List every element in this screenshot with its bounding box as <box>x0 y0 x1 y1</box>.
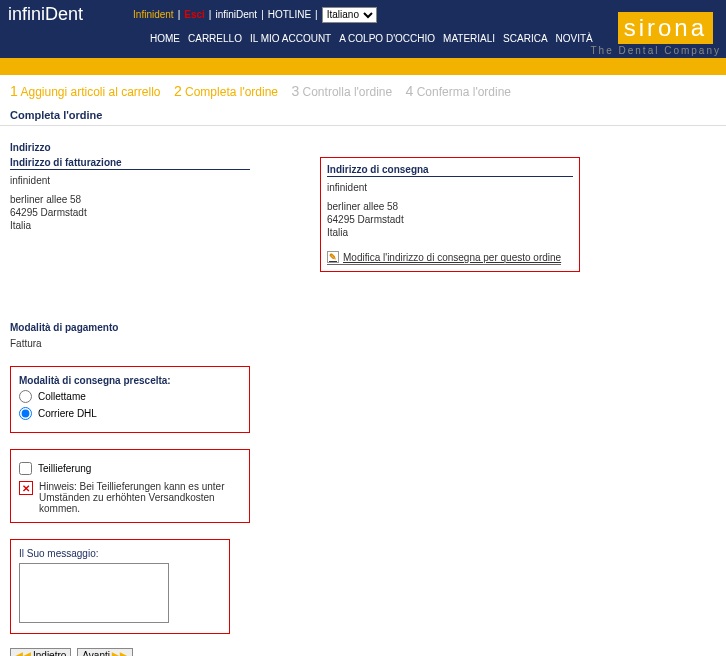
partial-delivery-check[interactable]: Teillieferung <box>19 462 241 475</box>
sirona-logo: sirona The Dental Company <box>591 12 722 56</box>
checkout-steps: 1 Aggiungi articoli al carrello 2 Comple… <box>0 75 726 107</box>
sirona-logo-text: sirona <box>618 12 721 44</box>
delivery-address-block: Indirizzo di consegna infinident berline… <box>320 157 580 272</box>
separator: | <box>315 9 318 20</box>
billing-title: Indirizzo di fatturazione <box>10 157 250 170</box>
next-label: Avanti <box>82 650 110 656</box>
modify-delivery-label: Modifica l'indirizzo di consegna per que… <box>343 252 561 263</box>
shipping-opt2-label: Corriere DHL <box>38 408 97 419</box>
separator: | <box>209 9 212 20</box>
delivery-name: infinident <box>327 181 573 194</box>
payment-title: Modalità di pagamento <box>10 322 716 333</box>
delivery-title: Indirizzo di consegna <box>327 164 573 177</box>
nav-colpo[interactable]: A COLPO D'OCCHIO <box>339 33 435 44</box>
radio-dhl[interactable] <box>19 407 32 420</box>
message-textarea[interactable] <box>19 563 169 623</box>
partial-hint: Hinweis: Bei Teillieferungen kann es unt… <box>39 481 241 514</box>
step2-label: Completa l'ordine <box>185 85 278 99</box>
nav-home[interactable]: HOME <box>150 33 180 44</box>
message-label: Il Suo messaggio: <box>19 548 221 559</box>
shipping-title: Modalità di consegna prescelta: <box>19 375 241 386</box>
brand-logo: infiniDent <box>8 4 83 25</box>
step4-num: 4 <box>406 83 414 99</box>
back-label: Indietro <box>33 650 66 656</box>
delivery-line3: Italia <box>327 226 573 239</box>
billing-name: infinident <box>10 174 250 187</box>
link-infinident2[interactable]: infiniDent <box>215 9 257 20</box>
billing-line3: Italia <box>10 219 250 232</box>
nav-scarica[interactable]: SCARICA <box>503 33 547 44</box>
step3-label: Controlla l'ordine <box>303 85 393 99</box>
nav-novita[interactable]: NOVITÀ <box>556 33 593 44</box>
step2-num: 2 <box>174 83 182 99</box>
content: Indirizzo Indirizzo di fatturazione infi… <box>0 126 726 656</box>
warning-x-icon: ✕ <box>19 481 33 495</box>
checkbox-partial[interactable] <box>19 462 32 475</box>
yellow-bar <box>0 58 726 75</box>
language-select[interactable]: Italiano <box>322 7 377 23</box>
back-button[interactable]: ◀◀ Indietro <box>10 648 71 656</box>
radio-collettame[interactable] <box>19 390 32 403</box>
shipping-mode-box: Modalità di consegna prescelta: Colletta… <box>10 366 250 433</box>
edit-icon: ✎ <box>327 251 339 263</box>
top-links: Infinident | Esci | infiniDent | HOTLINE… <box>133 7 377 23</box>
payment-value: Fattura <box>10 337 716 350</box>
shipping-option-collettame[interactable]: Collettame <box>19 390 241 403</box>
nav-materiali[interactable]: MATERIALI <box>443 33 495 44</box>
link-infinident[interactable]: Infinident <box>133 9 174 20</box>
hotline-label: HOTLINE <box>268 9 311 20</box>
separator: | <box>178 9 181 20</box>
billing-line2: 64295 Darmstadt <box>10 206 250 219</box>
separator: | <box>261 9 264 20</box>
step3-num: 3 <box>291 83 299 99</box>
nav-carrello[interactable]: CARRELLO <box>188 33 242 44</box>
partial-delivery-box: Teillieferung ✕ Hinweis: Bei Teillieferu… <box>10 449 250 523</box>
next-button[interactable]: Avanti ▶▶ <box>77 648 133 656</box>
delivery-line1: berliner allee 58 <box>327 200 573 213</box>
nav-account[interactable]: IL MIO ACCOUNT <box>250 33 331 44</box>
address-section-title: Indirizzo <box>10 142 716 153</box>
delivery-line2: 64295 Darmstadt <box>327 213 573 226</box>
message-box: Il Suo messaggio: <box>10 539 230 634</box>
shipping-opt1-label: Collettame <box>38 391 86 402</box>
partial-label: Teillieferung <box>38 463 91 474</box>
step4-label: Conferma l'ordine <box>417 85 511 99</box>
nav-buttons: ◀◀ Indietro Avanti ▶▶ <box>10 648 716 656</box>
step1-num: 1 <box>10 83 18 99</box>
shipping-option-dhl[interactable]: Corriere DHL <box>19 407 241 420</box>
page-title: Completa l'ordine <box>0 107 726 126</box>
sirona-logo-sub: The Dental Company <box>591 45 722 56</box>
modify-delivery-link[interactable]: ✎ Modifica l'indirizzo di consegna per q… <box>327 251 561 265</box>
header: infiniDent Infinident | Esci | infiniDen… <box>0 0 726 58</box>
billing-address-block: Indirizzo di fatturazione infinident ber… <box>10 157 250 272</box>
billing-line1: berliner allee 58 <box>10 193 250 206</box>
arrow-right-icon: ▶▶ <box>112 650 128 656</box>
link-esci[interactable]: Esci <box>184 9 205 20</box>
step1-label: Aggiungi articoli al carrello <box>20 85 160 99</box>
arrow-left-icon: ◀◀ <box>15 650 31 656</box>
